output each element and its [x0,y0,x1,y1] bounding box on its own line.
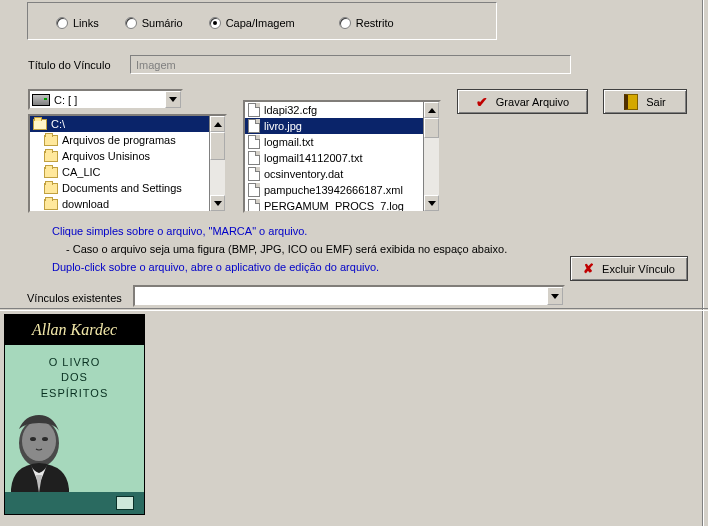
book-publisher-strip [5,492,144,514]
chevron-down-icon [214,201,222,206]
vinculos-existentes-combobox[interactable] [133,285,565,307]
file-item[interactable]: ocsinventory.dat [245,166,423,182]
file-item-selected[interactable]: livro.jpg [245,118,423,134]
folder-item[interactable]: Documents and Settings [30,180,209,196]
delete-icon: ✘ [583,261,594,276]
book-author: Allan Kardec [5,315,144,345]
file-label: PERGAMUM_PROCS_7.log [264,200,404,211]
hint-image-note: - Caso o arquivo seja uma figura (BMP, J… [66,243,507,255]
svg-point-3 [42,437,48,441]
file-label: pampuche13942666187.xml [264,184,403,196]
scroll-down-button[interactable] [210,195,225,211]
chevron-up-icon [428,108,436,113]
folder-label: Arquivos Unisinos [62,150,150,162]
file-icon [248,135,260,149]
folder-icon [44,167,58,178]
book-title: O LIVRO DOS ESPÍRITOS [5,345,144,401]
file-item[interactable]: PERGAMUM_PROCS_7.log [245,198,423,211]
image-preview: Allan Kardec O LIVRO DOS ESPÍRITOS [4,314,145,515]
hint-double-click: Duplo-click sobre o arquivo, abre o apli… [52,261,379,273]
radio-links[interactable]: Links [56,11,99,35]
radio-sumario[interactable]: Sumário [125,11,183,35]
chevron-up-icon [214,122,222,127]
file-item[interactable]: logmail14112007.txt [245,150,423,166]
folder-label: download [62,198,109,210]
folder-label: CA_LIC [62,166,101,178]
scrollbar[interactable] [209,116,225,211]
disk-drive-icon [32,94,50,106]
scroll-up-button[interactable] [424,102,439,118]
file-label: ocsinventory.dat [264,168,343,180]
radio-icon [125,17,137,29]
scroll-thumb[interactable] [210,132,225,160]
book-title-line: O LIVRO [49,356,101,368]
chevron-down-icon [551,294,559,299]
book-body: O LIVRO DOS ESPÍRITOS [5,345,144,514]
link-type-radio-group: Links Sumário Capa/Imagem Restrito [27,2,497,40]
file-list-inner: ldapi32.cfg livro.jpg logmail.txt logmai… [245,102,423,211]
svg-point-1 [22,421,56,461]
file-listbox[interactable]: ldapi32.cfg livro.jpg logmail.txt logmai… [243,100,441,213]
folder-item[interactable]: download [30,196,209,211]
scroll-track[interactable] [424,118,439,195]
button-label: Excluir Vínculo [602,263,675,275]
titulo-vinculo-label: Título do Vínculo [28,59,111,71]
file-icon [248,151,260,165]
file-icon [248,119,260,133]
radio-icon [209,17,221,29]
folder-item[interactable]: CA_LIC [30,164,209,180]
chevron-down-icon [428,201,436,206]
vinculos-existentes-label: Vínculos existentes [27,292,122,304]
sair-button[interactable]: Sair [603,89,687,114]
button-label: Sair [646,96,666,108]
file-icon [248,199,260,211]
folder-icon [44,183,58,194]
drive-combobox[interactable]: C: [ ] [28,89,183,110]
radio-label: Links [73,17,99,29]
radio-label: Capa/Imagem [226,17,295,29]
file-icon [248,167,260,181]
file-item[interactable]: pampuche13942666187.xml [245,182,423,198]
radio-label: Sumário [142,17,183,29]
folder-listbox[interactable]: C:\ Arquivos de programas Arquivos Unisi… [28,114,227,213]
titulo-vinculo-input [130,55,571,74]
folder-icon [44,151,58,162]
chevron-down-icon [169,97,177,102]
folder-root[interactable]: C:\ [30,116,209,132]
scroll-thumb[interactable] [424,118,439,138]
scrollbar[interactable] [423,102,439,211]
radio-label: Restrito [356,17,394,29]
hint-single-click: Clique simples sobre o arquivo, "MARCA" … [52,225,307,237]
file-icon [248,183,260,197]
combo-value [135,287,547,305]
folder-item[interactable]: Arquivos de programas [30,132,209,148]
excluir-vinculo-button[interactable]: ✘ Excluir Vínculo [570,256,688,281]
publisher-logo-icon [116,496,134,510]
folder-icon [44,199,58,210]
folder-item[interactable]: Arquivos Unisinos [30,148,209,164]
file-label: logmail.txt [264,136,314,148]
book-title-line: ESPÍRITOS [41,387,108,399]
file-icon [248,103,260,117]
book-title-line: DOS [61,371,88,383]
file-label: logmail14112007.txt [264,152,362,164]
scroll-track[interactable] [210,132,225,195]
file-item[interactable]: ldapi32.cfg [245,102,423,118]
dropdown-button[interactable] [165,91,181,108]
drive-text: C: [ ] [54,94,165,106]
scroll-up-button[interactable] [210,116,225,132]
file-item[interactable]: logmail.txt [245,134,423,150]
file-label: livro.jpg [264,120,302,132]
exit-door-icon [624,94,638,110]
radio-restrito[interactable]: Restrito [339,11,394,35]
file-label: ldapi32.cfg [264,104,317,116]
folder-list-inner: C:\ Arquivos de programas Arquivos Unisi… [30,116,209,211]
folder-label: C:\ [51,118,65,130]
radio-capa-imagem[interactable]: Capa/Imagem [209,11,295,35]
svg-point-2 [30,437,36,441]
folder-label: Arquivos de programas [62,134,176,146]
gravar-arquivo-button[interactable]: ✔ Gravar Arquivo [457,89,588,114]
radio-icon [339,17,351,29]
dropdown-button[interactable] [547,287,563,305]
scroll-down-button[interactable] [424,195,439,211]
